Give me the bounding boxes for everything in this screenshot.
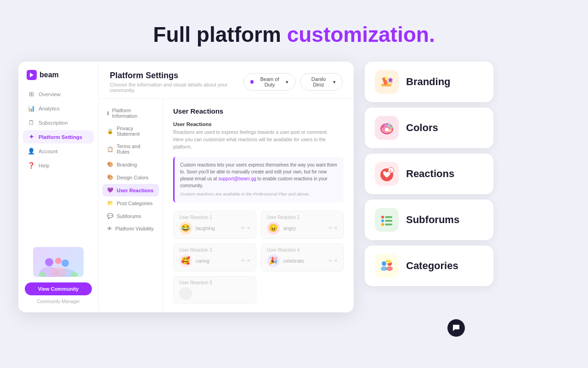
- sidebar-bottom: View Community Community Manager: [18, 242, 98, 304]
- sidebar-item-account[interactable]: 👤 Account: [23, 144, 94, 158]
- settings-nav-platform-info[interactable]: ℹ Platform Information: [102, 104, 159, 122]
- sidebar-item-subscription[interactable]: 🗒 Subscription: [23, 116, 94, 129]
- settings-nav-design-colors[interactable]: 🎨 Design Colors: [102, 171, 159, 184]
- view-community-button[interactable]: View Community: [25, 282, 92, 295]
- user-dropdown[interactable]: Danilo Diniz ▾: [300, 73, 343, 91]
- reaction-4-actions: ✏ ✕: [328, 258, 338, 263]
- chevron-down-icon: ▾: [286, 79, 288, 85]
- main-panel: Platform Settings Choose the information…: [99, 62, 354, 312]
- subforums-icon: [375, 208, 399, 232]
- settings-content: ℹ Platform Information 🔒 Privacy Stateme…: [99, 99, 354, 312]
- sidebar-item-platform-settings[interactable]: ✦ Platform Settings: [23, 130, 94, 144]
- subscription-icon: 🗒: [28, 119, 35, 126]
- feature-card-subforums[interactable]: Subforums: [365, 200, 493, 240]
- svg-point-21: [390, 126, 393, 129]
- sidebar-item-overview[interactable]: ⊞ Overview: [23, 87, 94, 101]
- feature-card-reactions[interactable]: 1 Reactions: [365, 154, 493, 194]
- settings-nav-privacy[interactable]: 🔒 Privacy Statement: [102, 122, 159, 140]
- sidebar: beam ⊞ Overview 📊 Analytics 🗒 Subscripti…: [18, 62, 99, 312]
- info-box-note: Custom reactions are available in the Pr…: [180, 191, 338, 197]
- sidebar-nav: ⊞ Overview 📊 Analytics 🗒 Subscription ✦ …: [18, 87, 98, 242]
- edit-icon[interactable]: ✏: [328, 225, 332, 230]
- reaction-1-label: User Reaction 1: [179, 215, 250, 220]
- svg-text:1: 1: [390, 169, 392, 173]
- reactions-icon: 1: [375, 162, 399, 186]
- platform-visibility-icon: 👁: [107, 226, 112, 231]
- delete-icon[interactable]: ✕: [334, 258, 338, 263]
- reaction-5-row: [179, 287, 250, 300]
- sidebar-item-label: Help: [39, 163, 50, 168]
- user-name: Danilo Diniz: [307, 76, 330, 87]
- info-box: Custom reactions lets your users express…: [173, 157, 344, 202]
- community-illustration: [33, 247, 84, 277]
- community-dot: [250, 80, 254, 84]
- svg-point-29: [381, 219, 384, 222]
- subforums-label: Subforums: [406, 214, 459, 226]
- main-content: beam ⊞ Overview 📊 Analytics 🗒 Subscripti…: [0, 62, 588, 312]
- branding-label: Branding: [406, 76, 451, 88]
- reaction-5-label: User Reaction 5: [179, 280, 250, 285]
- settings-nav-platform-visibility[interactable]: 👁 Platform Visibility: [102, 223, 159, 235]
- panel-title: Platform Settings: [110, 71, 243, 80]
- reaction-item-5: User Reaction 5: [173, 276, 256, 304]
- reaction-3-name: caring: [196, 258, 237, 264]
- svg-marker-0: [30, 73, 34, 77]
- delete-icon[interactable]: ✕: [334, 225, 338, 230]
- feature-card-branding[interactable]: Branding: [365, 62, 493, 102]
- edit-icon[interactable]: ✏: [241, 225, 245, 230]
- account-icon: 👤: [28, 148, 35, 155]
- chevron-down-icon: ▾: [333, 79, 336, 85]
- reaction-3-actions: ✏ ✕: [241, 258, 250, 263]
- community-dropdown[interactable]: Beam of Duty ▾: [243, 73, 295, 91]
- panel-header-actions: Beam of Duty ▾ Danilo Diniz ▾: [243, 73, 343, 91]
- svg-point-34: [381, 266, 387, 271]
- colors-label: Colors: [406, 122, 438, 134]
- delete-icon[interactable]: ✕: [247, 225, 250, 230]
- panel-subtitle: Choose the information and visual detail…: [110, 82, 243, 93]
- reaction-2-label: User Reaction 2: [267, 215, 338, 220]
- reaction-1-actions: ✏ ✕: [241, 225, 250, 230]
- hero-title: Full platform customization.: [153, 22, 435, 47]
- svg-rect-30: [385, 220, 392, 222]
- sidebar-item-label: Overview: [39, 92, 61, 97]
- reaction-1-row: 😂 laughing ✏ ✕: [179, 222, 250, 235]
- support-link[interactable]: support@beam.gg: [218, 176, 256, 181]
- svg-point-14: [388, 81, 390, 83]
- feature-card-categories[interactable]: Categories: [365, 246, 493, 286]
- feature-card-colors[interactable]: Colors: [365, 108, 493, 148]
- post-categories-icon: 📁: [107, 200, 113, 206]
- sidebar-item-label: Analytics: [39, 106, 60, 111]
- section-desc: Reactions are used to express feelings t…: [173, 129, 344, 150]
- settings-nav: ℹ Platform Information 🔒 Privacy Stateme…: [99, 99, 163, 312]
- settings-nav-user-reactions[interactable]: 💜 User Reactions: [102, 184, 159, 196]
- svg-point-7: [39, 272, 46, 277]
- sidebar-item-label: Account: [39, 149, 58, 154]
- svg-point-22: [389, 129, 391, 132]
- settings-nav-branding[interactable]: 🎨 Branding: [102, 158, 159, 171]
- svg-point-31: [381, 223, 384, 226]
- delete-icon[interactable]: ✕: [247, 258, 250, 263]
- sidebar-item-help[interactable]: ❓ Help: [23, 159, 94, 172]
- help-icon: ❓: [28, 162, 35, 169]
- settings-nav-terms[interactable]: 📋 Terms and Rules: [102, 140, 159, 158]
- overview-icon: ⊞: [28, 91, 35, 98]
- community-manager-label: Community Manager: [37, 299, 80, 304]
- chat-fab[interactable]: [447, 319, 465, 337]
- feature-cards: Branding Colors: [365, 62, 493, 286]
- privacy-icon: 🔒: [107, 128, 113, 134]
- info-box-text: Custom reactions lets your users express…: [180, 161, 338, 189]
- community-name: Beam of Duty: [256, 76, 283, 87]
- sidebar-item-analytics[interactable]: 📊 Analytics: [23, 102, 94, 115]
- settings-nav-subforums[interactable]: 💬 Subforums: [102, 210, 159, 222]
- svg-point-39: [386, 261, 387, 262]
- section-label: User Reactions: [173, 121, 344, 127]
- categories-icon: [375, 254, 399, 278]
- edit-icon[interactable]: ✏: [241, 258, 245, 263]
- reaction-1-emoji: 😂: [179, 222, 192, 235]
- edit-icon[interactable]: ✏: [328, 258, 332, 263]
- terms-icon: 📋: [107, 146, 113, 152]
- svg-point-15: [390, 81, 392, 83]
- settings-nav-post-categories[interactable]: 📁 Post Categories: [102, 197, 159, 209]
- svg-point-36: [386, 266, 393, 271]
- reaction-3-emoji: 🥰: [179, 254, 192, 267]
